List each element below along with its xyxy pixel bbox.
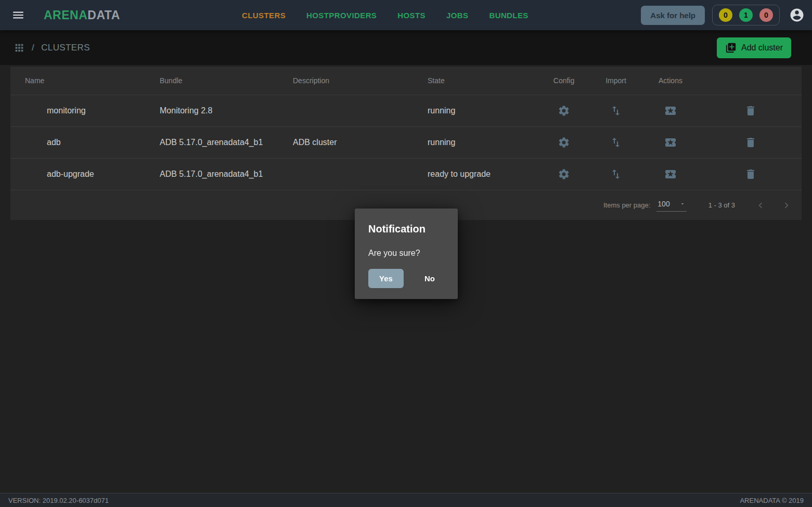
table-header-row: Name Bundle Description State Config Imp… — [10, 67, 802, 95]
nav-link-bundles[interactable]: BUNDLES — [489, 11, 528, 20]
notification-dialog: Notification Are you sure? Yes No — [355, 209, 458, 299]
breadcrumb-clusters[interactable]: CLUSTERS — [41, 43, 90, 53]
col-header-state: State — [413, 67, 538, 95]
config-button[interactable] — [557, 167, 571, 181]
config-button[interactable] — [557, 103, 571, 118]
cluster-description — [278, 95, 413, 127]
col-header-name: Name — [10, 67, 145, 95]
col-header-import: Import — [590, 67, 642, 95]
cluster-state: running — [413, 127, 538, 159]
gear-icon — [558, 105, 570, 117]
cluster-bundle: ADB 5.17.0_arenadata4_b1 — [145, 159, 278, 190]
col-header-actions: Actions — [642, 67, 699, 95]
ticket-star-icon — [664, 136, 677, 149]
page-size-select[interactable]: 100 — [656, 199, 686, 212]
actions-button[interactable] — [663, 135, 678, 150]
items-per-page-label: Items per page: — [603, 201, 650, 209]
import-export-icon — [610, 105, 622, 117]
chevron-right-icon — [781, 200, 792, 211]
ticket-star-icon — [664, 168, 677, 180]
add-cluster-button[interactable]: Add cluster — [717, 37, 791, 58]
hamburger-menu-button[interactable] — [7, 4, 29, 26]
dialog-title: Notification — [368, 223, 444, 235]
import-export-icon — [610, 136, 622, 149]
table-row[interactable]: adb-upgrade ADB 5.17.0_arenadata4_b1 rea… — [10, 159, 802, 190]
hamburger-icon — [11, 8, 25, 22]
cluster-bundle: Monitoring 2.8 — [145, 95, 278, 127]
apps-grid-icon[interactable] — [14, 42, 25, 54]
delete-button[interactable] — [743, 167, 758, 181]
logo-part-green: ARENA — [44, 8, 87, 22]
copyright-label: ARENADATA © 2019 — [740, 497, 804, 504]
library-add-icon — [725, 42, 737, 54]
import-button[interactable] — [609, 135, 623, 150]
cluster-state: ready to upgrade — [413, 159, 538, 190]
col-header-delete — [699, 67, 802, 95]
nav-link-hosts[interactable]: HOSTS — [397, 11, 426, 20]
actions-button[interactable] — [663, 103, 678, 118]
page-range-label: 1 - 3 of 3 — [708, 201, 735, 209]
table-row[interactable]: monitoring Monitoring 2.8 running — [10, 95, 802, 127]
previous-page-button[interactable] — [753, 198, 768, 213]
col-header-description: Description — [278, 67, 413, 95]
user-account-button[interactable] — [789, 7, 805, 23]
no-button[interactable]: No — [420, 269, 439, 288]
main-content: Name Bundle Description State Config Imp… — [0, 65, 812, 493]
breadcrumb-bar: / CLUSTERS Add cluster — [0, 30, 812, 65]
import-export-icon — [610, 168, 622, 180]
arenadata-logo: ARENADATA — [44, 8, 120, 22]
nav-link-hostproviders[interactable]: HOSTPROVIDERS — [306, 11, 377, 20]
col-header-config: Config — [538, 67, 590, 95]
actions-button[interactable] — [663, 167, 678, 181]
col-header-bundle: Bundle — [145, 67, 278, 95]
cluster-name: monitoring — [10, 95, 145, 127]
cluster-state: running — [413, 95, 538, 127]
cluster-description: ADB cluster — [278, 127, 413, 159]
import-button[interactable] — [609, 103, 623, 118]
chevron-left-icon — [755, 200, 766, 211]
main-nav: CLUSTERS HOSTPROVIDERS HOSTS JOBS BUNDLE… — [242, 0, 529, 30]
breadcrumb: / CLUSTERS — [14, 42, 90, 54]
clusters-table: Name Bundle Description State Config Imp… — [10, 67, 802, 190]
add-cluster-label: Add cluster — [741, 43, 783, 53]
cluster-description — [278, 159, 413, 190]
cluster-bundle: ADB 5.17.0_arenadata4_b1 — [145, 127, 278, 159]
page-size-value: 100 — [658, 200, 669, 208]
pager-buttons — [753, 198, 794, 213]
status-badge-yellow[interactable]: 0 — [719, 8, 732, 22]
nav-link-jobs[interactable]: JOBS — [446, 11, 468, 20]
dialog-actions: Yes No — [368, 269, 444, 288]
dropdown-arrow-icon — [679, 201, 686, 207]
gear-icon — [558, 136, 570, 149]
trash-icon — [744, 105, 757, 117]
clusters-table-card: Name Bundle Description State Config Imp… — [10, 67, 802, 220]
page-footer: VERSION: 2019.02.20-6037d071 ARENADATA ©… — [0, 493, 812, 507]
ticket-star-icon — [664, 105, 677, 117]
account-circle-icon — [789, 7, 805, 23]
yes-button[interactable]: Yes — [368, 269, 404, 288]
next-page-button[interactable] — [779, 198, 794, 213]
cluster-name: adb-upgrade — [10, 159, 145, 190]
import-button[interactable] — [609, 167, 623, 181]
logo-part-gray: DATA — [87, 8, 120, 22]
gear-icon — [558, 168, 570, 180]
navbar-right-group: Ask for help 0 1 0 — [641, 5, 805, 25]
nav-link-clusters[interactable]: CLUSTERS — [242, 11, 286, 20]
table-row[interactable]: adb ADB 5.17.0_arenadata4_b1 ADB cluster… — [10, 127, 802, 159]
top-navbar: ARENADATA CLUSTERS HOSTPROVIDERS HOSTS J… — [0, 0, 812, 30]
job-status-badges: 0 1 0 — [712, 5, 780, 25]
version-label: VERSION: 2019.02.20-6037d071 — [8, 497, 109, 504]
trash-icon — [744, 136, 757, 149]
ask-for-help-button[interactable]: Ask for help — [641, 6, 705, 25]
cluster-name: adb — [10, 127, 145, 159]
config-button[interactable] — [557, 135, 571, 150]
status-badge-green[interactable]: 1 — [739, 8, 753, 22]
trash-icon — [744, 168, 757, 180]
delete-button[interactable] — [743, 103, 758, 118]
delete-button[interactable] — [743, 135, 758, 150]
breadcrumb-separator: / — [32, 43, 34, 53]
status-badge-red[interactable]: 0 — [759, 8, 773, 22]
dialog-message: Are you sure? — [368, 249, 444, 258]
